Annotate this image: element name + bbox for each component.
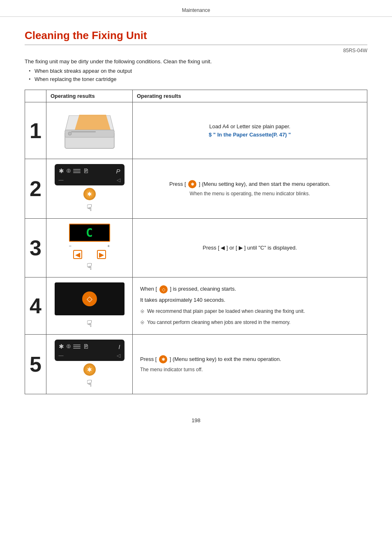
step-number-2: 2 [25, 159, 46, 219]
step-desc-3: Press [ ◀ ] or [ ▶ ] until "C" is displa… [133, 219, 367, 278]
step-image-4: ◇ ☟ [46, 278, 133, 335]
note-text-2: You cannot perform cleaning when jobs ar… [147, 319, 291, 326]
svg-rect-5 [71, 131, 96, 132]
page-icon-5: 🖹 [83, 343, 89, 350]
step-row-4: 4 ◇ ☟ When [ ◇ ] is pressed, cleaning st… [25, 278, 367, 335]
step4-line2: It takes approximately 140 seconds. [140, 296, 360, 304]
panel-step2: ✱ ⓪ 🖹 P [55, 164, 125, 185]
step-desc-1: Load A4 or Letter size plain paper. $ " … [133, 102, 367, 159]
col-header-desc: Operating results [133, 90, 367, 102]
step-row-1: 1 [25, 102, 367, 159]
menu-button-step5[interactable]: ✱ [83, 363, 96, 376]
step-row-2: 2 ✱ ⓪ [25, 159, 367, 219]
lines-icon-5 [73, 345, 81, 349]
step3-line1: Press [ ◀ ] or [ ▶ ] until "C" is displa… [203, 245, 297, 251]
page-icon: 🖹 [83, 168, 89, 174]
step-image-3: C − + ◀ ▶ ☟ [46, 219, 133, 278]
page-title: Cleaning the Fixing Unit [25, 29, 367, 45]
step2-subtext: When the menu is operating, the menu ind… [140, 190, 360, 197]
hand-icon-5: ☟ [87, 378, 92, 389]
step-image-5: ✱ ⓪ 🖹 I — [46, 335, 133, 394]
svg-point-4 [68, 132, 71, 135]
step-row-5: 5 ✱ ⓪ [25, 335, 367, 394]
bullet-item: When black streaks appear on the output [29, 68, 367, 74]
hand-icon-2: ☟ [87, 203, 92, 213]
step-desc-5: Press [ ✱ ] (Menu setting key) to exit t… [133, 335, 367, 394]
page-header: Maintenance [0, 0, 392, 17]
step1-line1: Load A4 or Letter size plain paper. [209, 123, 290, 130]
step5-line2: The menu indicator turns off. [140, 366, 360, 373]
panel-step5: ✱ ⓪ 🖹 I — [55, 340, 125, 361]
step-row-3: 3 C − + ◀ [25, 219, 367, 278]
dot-icon: ⓪ [67, 168, 71, 174]
step-image-1 [46, 102, 133, 159]
step3-display: C [69, 224, 110, 242]
panel-letter-5: I [118, 343, 120, 350]
minus-label: − [69, 243, 71, 248]
intro-text: The fixing unit may be dirty under the f… [25, 58, 367, 65]
nav-arrows-row: ◀ ▶ [65, 250, 114, 259]
lines-icon [73, 169, 81, 173]
ok-icon-inline: ◇ [159, 285, 168, 294]
ok-button-step4[interactable]: ◇ [82, 291, 97, 306]
doc-id: 85RS-04W [25, 48, 367, 53]
step4-panel: ◇ [55, 282, 125, 315]
step-number-1: 1 [25, 102, 46, 159]
step-desc-4: When [ ◇ ] is pressed, cleaning starts. … [133, 278, 367, 335]
step-number-5: 5 [25, 335, 46, 394]
menu-button-step2[interactable]: ✱ [83, 188, 96, 200]
menu-icon-inline: ✱ [188, 180, 196, 188]
header-label: Maintenance [182, 7, 210, 13]
bullet-item: When replacing the toner cartridge [29, 76, 367, 82]
page-footer: 198 [0, 411, 392, 430]
gear-icon-5: ✱ [59, 343, 64, 350]
step-desc-2: Press [ ✱ ] (Menu setting key), and then… [133, 159, 367, 219]
step-number-3: 3 [25, 219, 46, 278]
col-header-img: Operating results [46, 90, 133, 102]
plus-label: + [107, 243, 110, 248]
svg-marker-2 [74, 115, 111, 131]
note-sym-2: ※ [140, 319, 145, 327]
dot-icon-5: ⓪ [67, 344, 71, 349]
right-arrow-btn[interactable]: ▶ [97, 250, 106, 259]
note-row-2: ※ You cannot perform cleaning when jobs … [140, 319, 360, 327]
note-sym-1: ※ [140, 308, 145, 316]
svg-rect-3 [65, 130, 114, 137]
hand-icon-4: ☟ [87, 319, 92, 329]
left-arrow-btn[interactable]: ◀ [73, 250, 82, 259]
panel-letter-p: P [116, 168, 120, 175]
printer-illustration [57, 107, 122, 153]
hand-icon-3: ☟ [87, 261, 92, 272]
gear-icon: ✱ [59, 167, 64, 175]
steps-table: Operating results Operating results 1 [25, 90, 367, 394]
menu-icon-inline-5: ✱ [159, 355, 167, 363]
note-text-1: We recommend that plain paper be loaded … [147, 308, 305, 315]
note-row-1: ※ We recommend that plain paper be loade… [140, 308, 360, 316]
step-image-2: ✱ ⓪ 🖹 P [46, 159, 133, 219]
step3-c-letter: C [86, 226, 93, 240]
step1-link[interactable]: $ " In the Paper Cassette(P. 47) " [209, 132, 291, 138]
col-header-empty [25, 90, 46, 102]
step-number-4: 4 [25, 278, 46, 335]
bullet-list: When black streaks appear on the output … [25, 68, 367, 82]
page-number: 198 [191, 417, 201, 423]
